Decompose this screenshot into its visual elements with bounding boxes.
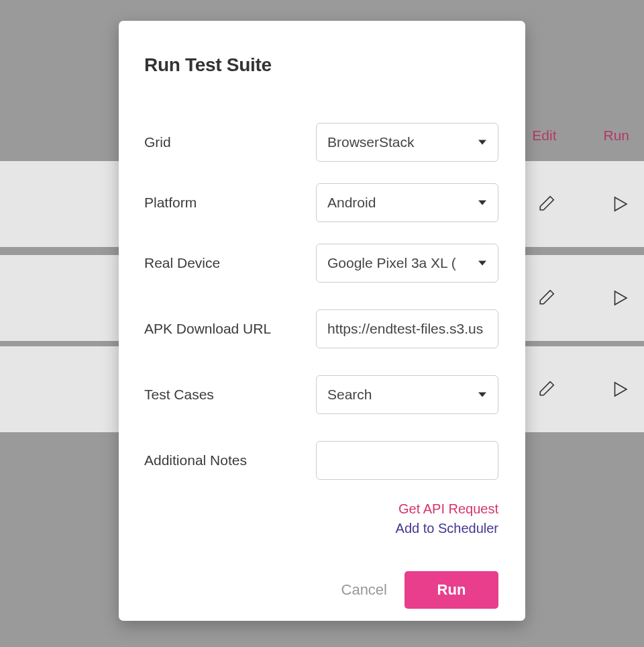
- edit-icon[interactable]: [534, 286, 558, 310]
- modal-form: Grid BrowserStack Platform Android Real …: [144, 123, 498, 571]
- caret-down-icon: [478, 393, 486, 397]
- platform-value: Android: [327, 195, 376, 211]
- field-test-cases: Test Cases Search: [144, 375, 498, 414]
- caret-down-icon: [478, 201, 486, 205]
- bg-header-edit[interactable]: Edit: [532, 128, 556, 161]
- grid-value: BrowserStack: [327, 134, 415, 150]
- grid-select[interactable]: BrowserStack: [316, 123, 498, 162]
- test-cases-value: Search: [327, 387, 372, 403]
- modal-title: Run Test Suite: [144, 54, 498, 76]
- edit-icon[interactable]: [534, 377, 558, 401]
- get-api-request-link[interactable]: Get API Request: [144, 501, 498, 517]
- apk-label: APK Download URL: [144, 321, 316, 337]
- field-grid: Grid BrowserStack: [144, 123, 498, 162]
- play-icon[interactable]: [608, 377, 632, 401]
- modal-links: Get API Request Add to Scheduler: [144, 501, 498, 536]
- run-button[interactable]: Run: [405, 571, 498, 609]
- device-value: Google Pixel 3a XL (: [327, 255, 456, 271]
- caret-down-icon: [478, 261, 486, 266]
- apk-input[interactable]: [316, 309, 498, 348]
- notes-label: Additional Notes: [144, 452, 316, 468]
- field-apk: APK Download URL: [144, 309, 498, 348]
- field-notes: Additional Notes: [144, 441, 498, 480]
- play-icon[interactable]: [608, 192, 632, 216]
- run-test-suite-modal: Run Test Suite Grid BrowserStack Platfor…: [119, 21, 525, 621]
- grid-label: Grid: [144, 134, 316, 150]
- platform-label: Platform: [144, 195, 316, 211]
- cancel-button[interactable]: Cancel: [341, 581, 387, 599]
- device-label: Real Device: [144, 255, 316, 271]
- device-select[interactable]: Google Pixel 3a XL (: [316, 244, 498, 283]
- modal-footer: Cancel Run: [144, 571, 498, 609]
- edit-icon[interactable]: [534, 192, 558, 216]
- add-to-scheduler-link[interactable]: Add to Scheduler: [144, 521, 498, 536]
- caret-down-icon: [478, 140, 486, 145]
- play-icon[interactable]: [608, 286, 632, 310]
- platform-select[interactable]: Android: [316, 183, 498, 222]
- svg-marker-2: [615, 383, 627, 396]
- svg-marker-1: [615, 291, 627, 305]
- field-platform: Platform Android: [144, 183, 498, 222]
- notes-input[interactable]: [316, 441, 498, 480]
- svg-marker-0: [615, 197, 627, 211]
- test-cases-label: Test Cases: [144, 387, 316, 403]
- test-cases-select[interactable]: Search: [316, 375, 498, 414]
- bg-header-run[interactable]: Run: [603, 128, 629, 161]
- field-device: Real Device Google Pixel 3a XL (: [144, 244, 498, 283]
